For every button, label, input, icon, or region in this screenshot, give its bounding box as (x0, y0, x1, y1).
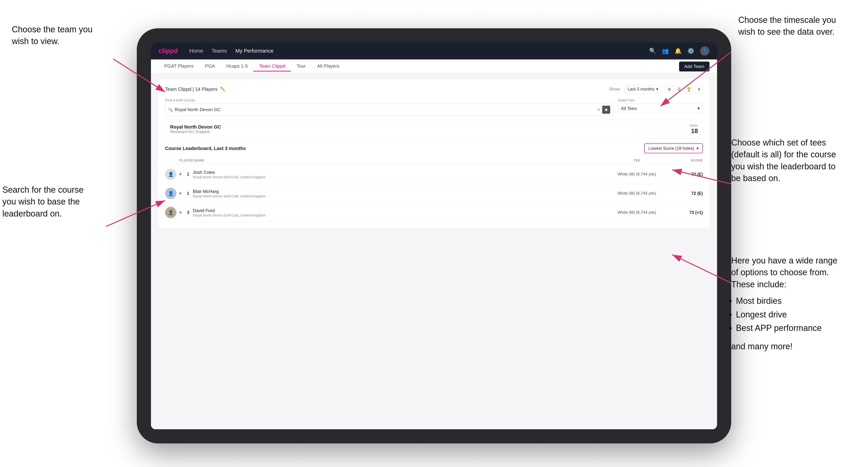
course-location: Westward Ho!, England (170, 130, 221, 134)
tab-tour[interactable]: Tour (291, 62, 311, 71)
tab-pga[interactable]: PGA (199, 62, 220, 71)
search-icon[interactable]: 🔍 (649, 48, 656, 54)
table-header: PLAYER NAME TEE SCORE (165, 157, 703, 164)
trophy-view-button[interactable]: 🏆 (685, 85, 693, 93)
player-name: David Ford (193, 208, 599, 213)
heart-icon: ♥ (179, 210, 182, 215)
leaderboard-title: Course Leaderboard, Last 3 months (165, 146, 246, 151)
people-icon[interactable]: 👥 (662, 48, 669, 54)
player-score: 73 (+1) (675, 210, 703, 215)
player-score: 72 (E) (675, 172, 703, 177)
annotation-bottom-left: Search for the course you wish to base t… (2, 184, 106, 220)
team-header: Team Clippd | 14 Players ✏️ Show: Last 3… (165, 85, 703, 93)
list-view-button[interactable]: ☰ (675, 85, 683, 93)
heart-icon: ♥ (179, 191, 182, 195)
user-avatar[interactable]: 👤 (700, 46, 710, 56)
player-rank: 3 (184, 210, 193, 215)
list-item: Longest drive (736, 308, 863, 321)
navbar-icons: 🔍 👥 🔔 ⚙️ 👤 (649, 46, 710, 56)
heart-icon: ♥ (179, 172, 182, 177)
star-button[interactable]: ★ (602, 106, 610, 114)
chevron-down-icon: ▾ (698, 106, 700, 111)
tab-pgat-players[interactable]: PGAT Players (158, 62, 199, 71)
player-rank: 1 (184, 191, 193, 196)
player-details: Josh Coles Royal North Devon Golf Club, … (193, 170, 599, 179)
tab-team-clippd[interactable]: Team Clippd (253, 62, 291, 71)
edit-icon[interactable]: ✏️ (220, 87, 225, 92)
col-tee: TEE (599, 158, 675, 162)
grid-view-button[interactable]: ⊞ (665, 85, 673, 93)
tab-all-players[interactable]: All Players (311, 62, 345, 71)
nav-teams[interactable]: Teams (212, 48, 227, 54)
search-box: Find a Golf Course 🔍 ✕ ★ (165, 98, 613, 116)
course-search-input[interactable] (175, 107, 595, 112)
holes-label: Holes (689, 124, 698, 127)
and-more-text: and many more! (731, 341, 863, 352)
team-title: Team Clippd | 14 Players (165, 87, 217, 92)
avatar: 👤 (165, 188, 177, 199)
bell-icon[interactable]: 🔔 (675, 48, 682, 54)
clear-icon[interactable]: ✕ (597, 107, 600, 112)
leaderboard-table: PLAYER NAME TEE SCORE 👤 ♥ 1 Josh Coles R… (165, 157, 703, 222)
player-club: Royal North Devon Golf Club, United King… (193, 213, 599, 217)
tee-dropdown[interactable]: All Tees ▾ (618, 103, 703, 113)
nav-home[interactable]: Home (189, 48, 203, 54)
table-row: 👤 ♥ 3 David Ford Royal North Devon Golf … (165, 203, 703, 222)
annotation-mid-right: Choose which set of tees (default is all… (731, 137, 863, 184)
sub-tabs: PGAT Players PGA Hcaps 1-5 Team Clippd T… (158, 62, 345, 71)
navbar: clippd Home Teams My Performance 🔍 👥 🔔 ⚙… (151, 42, 717, 59)
show-dropdown[interactable]: Last 3 months ▾ (625, 85, 661, 93)
player-tee: White (M) (6,744 yds) (599, 172, 675, 177)
chevron-down-icon: ▾ (656, 87, 658, 92)
player-club: Royal North Devon Golf Club, United King… (193, 194, 599, 198)
score-sort-dropdown[interactable]: Lowest Score (18 holes) ▾ (644, 144, 703, 153)
sub-navbar: PGAT Players PGA Hcaps 1-5 Team Clippd T… (151, 59, 717, 73)
find-course-label: Find a Golf Course (165, 98, 613, 102)
tee-label: Select Tee (618, 98, 703, 102)
player-score: 72 (E) (675, 191, 703, 196)
search-section: Find a Golf Course 🔍 ✕ ★ Select Tee All … (165, 98, 703, 116)
nav-my-performance[interactable]: My Performance (236, 48, 273, 54)
table-row: 👤 ♥ 1 Josh Coles Royal North Devon Golf … (165, 165, 703, 184)
annotation-bottom-right: Here you have a wide range of options to… (731, 255, 863, 352)
tab-hcaps[interactable]: Hcaps 1-5 (220, 62, 253, 71)
leaderboard-section: Course Leaderboard, Last 3 months Lowest… (165, 144, 703, 222)
options-list: Most birdies Longest drive Best APP perf… (736, 294, 863, 335)
course-name: Royal North Devon GC (170, 124, 221, 130)
annotation-top-right: Choose the timescale you wish to see the… (738, 14, 861, 38)
download-button[interactable]: ⬇ (695, 85, 703, 93)
avatar: 👤 (165, 207, 177, 218)
player-club: Royal North Devon Golf Club, United King… (193, 175, 599, 179)
course-result: Royal North Devon GC Westward Ho!, Engla… (165, 120, 703, 139)
col-player: PLAYER NAME (165, 158, 599, 162)
avatar: 👤 (165, 168, 177, 180)
holes-badge: Holes 18 (689, 124, 698, 135)
player-name: Josh Coles (193, 170, 599, 175)
col-score: SCORE (675, 158, 703, 162)
search-input-wrap: 🔍 ✕ ★ (165, 103, 613, 116)
view-icons: ⊞ ☰ 🏆 ⬇ (665, 85, 703, 93)
player-tee: White (M) (6,744 yds) (599, 191, 675, 196)
player-rank: 1 (184, 172, 193, 177)
nav-links: Home Teams My Performance (189, 48, 649, 54)
team-card: Team Clippd | 14 Players ✏️ Show: Last 3… (158, 79, 710, 228)
holes-number: 18 (689, 127, 698, 135)
add-team-button[interactable]: Add Team (679, 62, 710, 71)
list-item: Best APP performance (736, 321, 863, 335)
tee-select: Select Tee All Tees ▾ (618, 98, 703, 116)
annotation-top-left: Choose the team you wish to view. (12, 24, 111, 48)
list-item: Most birdies (736, 294, 863, 308)
player-tee: White (M) (6,744 yds) (599, 210, 675, 215)
course-info: Royal North Devon GC Westward Ho!, Engla… (170, 124, 221, 134)
leaderboard-header: Course Leaderboard, Last 3 months Lowest… (165, 144, 703, 153)
player-details: Blair McHarg Royal North Devon Golf Club… (193, 189, 599, 198)
main-content: Team Clippd | 14 Players ✏️ Show: Last 3… (151, 73, 717, 429)
logo: clippd (158, 47, 178, 55)
settings-icon[interactable]: ⚙️ (687, 48, 694, 54)
player-name: Blair McHarg (193, 189, 599, 194)
player-details: David Ford Royal North Devon Golf Club, … (193, 208, 599, 217)
search-icon: 🔍 (168, 107, 173, 112)
team-actions: Show: Last 3 months ▾ ⊞ ☰ 🏆 ⬇ (609, 85, 703, 93)
table-row: 👤 ♥ 1 Blair McHarg Royal North Devon Gol… (165, 184, 703, 203)
ipad-frame: clippd Home Teams My Performance 🔍 👥 🔔 ⚙… (137, 28, 731, 443)
